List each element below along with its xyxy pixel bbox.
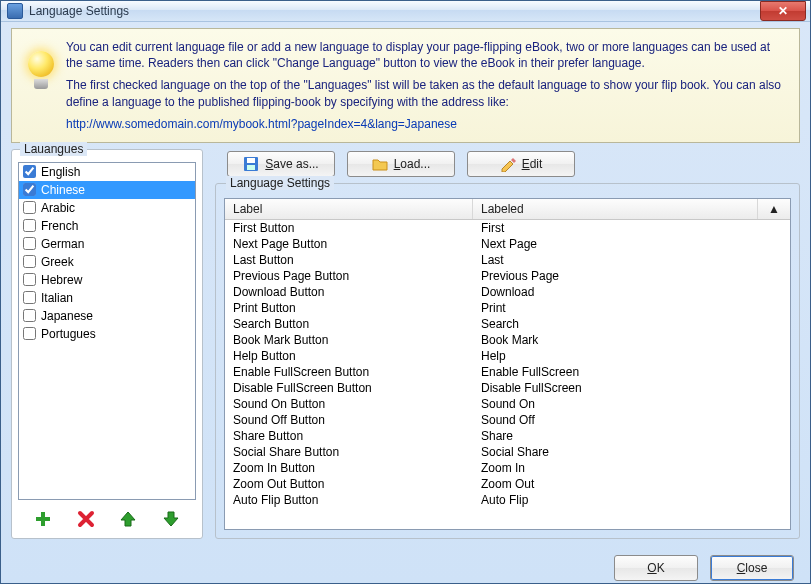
titlebar: Language Settings ✕	[1, 1, 810, 22]
cell-label: Book Mark Button	[225, 332, 473, 348]
delete-language-button[interactable]	[74, 508, 98, 530]
arrow-down-icon	[162, 510, 180, 528]
cell-labeled: Zoom Out	[473, 476, 790, 492]
language-checkbox[interactable]	[23, 255, 36, 268]
ok-label: OK	[647, 561, 664, 575]
svg-rect-3	[247, 158, 255, 163]
column-labeled[interactable]: Labeled	[473, 199, 758, 219]
languages-list[interactable]: EnglishChineseArabicFrenchGermanGreekHeb…	[18, 162, 196, 500]
table-row[interactable]: Social Share ButtonSocial Share	[225, 444, 790, 460]
settings-legend: Language Settings	[226, 176, 334, 190]
table-row[interactable]: Next Page ButtonNext Page	[225, 236, 790, 252]
language-item[interactable]: German	[19, 235, 195, 253]
cell-labeled: Print	[473, 300, 790, 316]
language-item[interactable]: Hebrew	[19, 271, 195, 289]
table-row[interactable]: Disable FullScreen ButtonDisable FullScr…	[225, 380, 790, 396]
cell-labeled: Download	[473, 284, 790, 300]
language-checkbox[interactable]	[23, 183, 36, 196]
ok-button[interactable]: OK	[614, 555, 698, 581]
table-row[interactable]: Search ButtonSearch	[225, 316, 790, 332]
cell-labeled: Auto Flip	[473, 492, 790, 508]
language-settings-window: Language Settings ✕ You can edit current…	[0, 0, 811, 584]
table-row[interactable]: Sound On ButtonSound On	[225, 396, 790, 412]
help-example-url[interactable]: http://www.somedomain.com/mybook.html?pa…	[66, 117, 457, 131]
language-item[interactable]: Italian	[19, 289, 195, 307]
language-item[interactable]: Japanese	[19, 307, 195, 325]
edit-button[interactable]: Edit	[467, 151, 575, 177]
language-checkbox[interactable]	[23, 327, 36, 340]
help-paragraph-1: You can edit current language file or ad…	[66, 39, 783, 71]
cell-labeled: Sound Off	[473, 412, 790, 428]
language-label: Italian	[41, 291, 73, 305]
app-icon	[7, 3, 23, 19]
language-checkbox[interactable]	[23, 201, 36, 214]
table-row[interactable]: Share ButtonShare	[225, 428, 790, 444]
language-checkbox[interactable]	[23, 237, 36, 250]
cell-labeled: Share	[473, 428, 790, 444]
table-body[interactable]: First ButtonFirstNext Page ButtonNext Pa…	[225, 220, 790, 529]
language-item[interactable]: English	[19, 163, 195, 181]
language-item[interactable]: Portugues	[19, 325, 195, 343]
column-label[interactable]: Label	[225, 199, 473, 219]
cell-labeled: Help	[473, 348, 790, 364]
language-item[interactable]: Greek	[19, 253, 195, 271]
language-checkbox[interactable]	[23, 219, 36, 232]
window-title: Language Settings	[29, 4, 129, 18]
cell-labeled: Zoom In	[473, 460, 790, 476]
move-up-button[interactable]	[116, 508, 140, 530]
add-language-button[interactable]	[31, 508, 55, 530]
language-checkbox[interactable]	[23, 309, 36, 322]
labels-table: Label Labeled ▲ First ButtonFirstNext Pa…	[224, 198, 791, 530]
table-row[interactable]: Zoom Out ButtonZoom Out	[225, 476, 790, 492]
table-row[interactable]: Sound Off ButtonSound Off	[225, 412, 790, 428]
table-row[interactable]: Help ButtonHelp	[225, 348, 790, 364]
close-button[interactable]: Close	[710, 555, 794, 581]
cell-label: Last Button	[225, 252, 473, 268]
table-row[interactable]: Zoom In ButtonZoom In	[225, 460, 790, 476]
save-as-button[interactable]: Save as...	[227, 151, 335, 177]
folder-open-icon	[372, 156, 388, 172]
edit-label: Edit	[522, 157, 543, 171]
pencil-icon	[500, 156, 516, 172]
languages-legend: Lauangues	[20, 142, 87, 156]
language-label: English	[41, 165, 80, 179]
language-label: Chinese	[41, 183, 85, 197]
language-checkbox[interactable]	[23, 291, 36, 304]
cell-label: Next Page Button	[225, 236, 473, 252]
table-row[interactable]: Auto Flip ButtonAuto Flip	[225, 492, 790, 508]
languages-pane: Lauangues EnglishChineseArabicFrenchGerm…	[11, 149, 203, 539]
load-button[interactable]: Load...	[347, 151, 455, 177]
svg-rect-1	[36, 517, 50, 521]
language-label: Japanese	[41, 309, 93, 323]
cell-labeled: Social Share	[473, 444, 790, 460]
window-close-button[interactable]: ✕	[760, 1, 806, 21]
cell-label: Print Button	[225, 300, 473, 316]
table-row[interactable]: Enable FullScreen ButtonEnable FullScree…	[225, 364, 790, 380]
language-item[interactable]: Chinese	[19, 181, 195, 199]
move-down-button[interactable]	[159, 508, 183, 530]
language-item[interactable]: French	[19, 217, 195, 235]
cell-label: Download Button	[225, 284, 473, 300]
language-checkbox[interactable]	[23, 273, 36, 286]
cell-labeled: Next Page	[473, 236, 790, 252]
dialog-footer: OK Close	[1, 547, 810, 584]
add-icon	[34, 510, 52, 528]
cell-labeled: Last	[473, 252, 790, 268]
table-row[interactable]: Last ButtonLast	[225, 252, 790, 268]
table-row[interactable]: Previous Page ButtonPrevious Page	[225, 268, 790, 284]
right-pane: Save as... Load... Edit	[215, 149, 800, 539]
table-row[interactable]: Print ButtonPrint	[225, 300, 790, 316]
cell-labeled: Enable FullScreen	[473, 364, 790, 380]
cell-label: Previous Page Button	[225, 268, 473, 284]
language-item[interactable]: Arabic	[19, 199, 195, 217]
language-label: French	[41, 219, 78, 233]
language-label: German	[41, 237, 84, 251]
table-row[interactable]: Book Mark ButtonBook Mark	[225, 332, 790, 348]
cell-labeled: Sound On	[473, 396, 790, 412]
cell-labeled: Disable FullScreen	[473, 380, 790, 396]
arrow-up-icon	[119, 510, 137, 528]
language-checkbox[interactable]	[23, 165, 36, 178]
table-row[interactable]: First ButtonFirst	[225, 220, 790, 236]
cell-labeled: Previous Page	[473, 268, 790, 284]
table-row[interactable]: Download ButtonDownload	[225, 284, 790, 300]
